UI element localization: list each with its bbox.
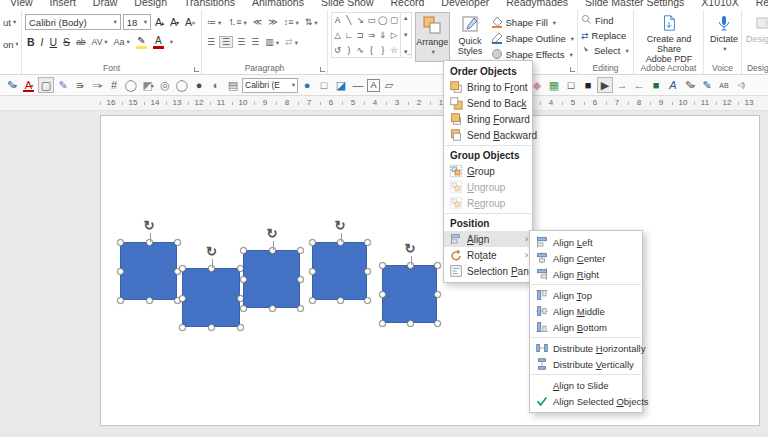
selection-handle[interactable]: [208, 324, 215, 331]
green-arrow-left-icon[interactable]: ←: [631, 77, 647, 93]
columns-icon[interactable]: ▥▾: [263, 37, 281, 47]
menu-item-align-center[interactable]: Align Center: [530, 250, 642, 266]
oval-icon[interactable]: ◯: [123, 77, 139, 93]
shape-icon-16[interactable]: }: [377, 42, 388, 57]
shape-icon-2[interactable]: ↘: [355, 13, 366, 28]
circle-outline-icon[interactable]: ◯: [174, 77, 190, 93]
arrow-style-icon[interactable]: ⇒▾: [89, 77, 105, 93]
selection-handle[interactable]: [240, 305, 247, 312]
rotate-handle-icon[interactable]: ↻: [144, 219, 155, 232]
circle-ring-icon[interactable]: ◎: [157, 77, 173, 93]
shape-icon-9[interactable]: ⇒: [366, 28, 377, 43]
mini-font-select[interactable]: Calibri (E▾: [242, 78, 298, 93]
menu-item-align-middle[interactable]: Align Middle: [530, 303, 642, 319]
menu-item-send-to-back[interactable]: Send to Back: [444, 95, 532, 111]
arrange-button[interactable]: Arrange ▾: [415, 12, 450, 62]
menu-item-distribute-vertically[interactable]: Distribute Vertically: [530, 356, 642, 372]
tab-x1010x[interactable]: X1010X: [701, 0, 738, 10]
highlight-color-icon[interactable]: ✎: [134, 36, 149, 49]
tab-insert[interactable]: Insert: [50, 0, 76, 10]
white-square-outline-icon[interactable]: □: [563, 77, 579, 93]
shape-outline-toggle-icon[interactable]: ▢: [38, 77, 54, 93]
selection-handle[interactable]: [379, 291, 386, 298]
italic-button[interactable]: I: [39, 36, 46, 48]
selection-handle[interactable]: [364, 268, 371, 275]
create-pdf-button[interactable]: Create and Share Adobe PDF: [637, 12, 701, 64]
align-left-icon[interactable]: ☰: [205, 37, 217, 47]
menu-item-align[interactable]: Align›: [444, 231, 532, 247]
crop-icon[interactable]: #: [106, 77, 122, 93]
strikethrough-button[interactable]: S: [61, 36, 72, 48]
image-icon[interactable]: ▤: [225, 77, 241, 93]
bullets-icon[interactable]: ≔▾: [205, 17, 223, 27]
text-direction-icon[interactable]: ⇅▾: [303, 17, 320, 27]
selection-handle[interactable]: [117, 297, 124, 304]
fill-slant-icon[interactable]: ◩▾: [140, 77, 156, 93]
blue-circle-icon[interactable]: ●: [299, 77, 315, 93]
shape-icon-15[interactable]: {: [366, 42, 377, 57]
selection-handle[interactable]: [174, 239, 181, 246]
textbox-icon[interactable]: A: [367, 79, 380, 92]
selection-handle[interactable]: [179, 295, 186, 302]
increase-indent-icon[interactable]: ≫: [266, 17, 279, 27]
shape-icon-12[interactable]: ↺: [332, 42, 343, 57]
selection-handle[interactable]: [179, 265, 186, 272]
style-brush-icon[interactable]: ✎: [55, 77, 71, 93]
line-icon[interactable]: —: [350, 77, 366, 93]
shape-square-3[interactable]: ↻: [243, 250, 300, 308]
shape-square-5[interactable]: ↻: [382, 265, 437, 323]
selection-handle[interactable]: [297, 276, 304, 283]
find-button[interactable]: Find: [581, 13, 630, 28]
increase-font-size-icon[interactable]: A▴: [153, 16, 166, 28]
selection-handle[interactable]: [240, 276, 247, 283]
tab-transitions[interactable]: Transitions: [184, 0, 235, 10]
selection-handle[interactable]: [379, 262, 386, 269]
justify-icon[interactable]: ☰: [249, 37, 261, 47]
tab-view[interactable]: View: [10, 0, 33, 10]
tab-readymades[interactable]: Readymades: [506, 0, 568, 10]
white-square-icon[interactable]: □: [316, 77, 332, 93]
menu-item-rotate[interactable]: Rotate›: [444, 247, 532, 263]
shape-icon-5[interactable]: ▢: [388, 13, 399, 28]
font-size-select[interactable]: 18▾: [123, 14, 151, 30]
clear-formatting-icon[interactable]: A∗: [183, 16, 198, 28]
read-aloud-icon[interactable]: ◁): [733, 77, 749, 93]
selection-handle[interactable]: [269, 305, 276, 312]
shape-icon-3[interactable]: ▭: [366, 13, 377, 28]
rotate-handle-icon[interactable]: ↻: [267, 227, 278, 240]
select-button[interactable]: Select▾: [581, 43, 630, 58]
green-arrow-right-icon[interactable]: →: [614, 77, 630, 93]
selection-handle[interactable]: [309, 268, 316, 275]
selection-handle[interactable]: [117, 239, 124, 246]
selection-handle[interactable]: [337, 297, 344, 304]
line-style-icon[interactable]: ≡▾: [72, 77, 88, 93]
decrease-font-size-icon[interactable]: A▾: [168, 16, 181, 28]
rotate-handle-icon[interactable]: ↻: [206, 245, 217, 258]
selection-handle[interactable]: [309, 297, 316, 304]
shape-square-2[interactable]: ↻: [182, 268, 240, 327]
color-grid-icon[interactable]: ▦: [546, 77, 562, 93]
selection-handle[interactable]: [237, 324, 244, 331]
shape-icon-4[interactable]: ◯: [377, 13, 388, 28]
selection-handle[interactable]: [364, 239, 371, 246]
tab-animations[interactable]: Animations: [252, 0, 304, 10]
font-dialog-launcher-icon[interactable]: [194, 67, 199, 72]
decrease-indent-icon[interactable]: ≪: [251, 17, 264, 27]
font-color-icon[interactable]: A: [151, 36, 166, 49]
quick-styles-button[interactable]: Quick Styles ▾: [453, 12, 488, 62]
shape-square-4[interactable]: ↻: [312, 242, 367, 300]
rotate-handle-icon[interactable]: ↻: [405, 242, 416, 255]
menu-item-align-to-slide[interactable]: Align to Slide: [530, 377, 642, 393]
selection-handle[interactable]: [146, 297, 153, 304]
numbering-icon[interactable]: ⒈≡▾: [225, 16, 249, 29]
menu-item-align-selected-objects[interactable]: Align Selected Objects: [530, 393, 642, 409]
shape-icon-7[interactable]: ∟: [343, 28, 354, 43]
gallery-more-icon[interactable]: ▼̲: [403, 49, 409, 55]
tab-record[interactable]: Record: [391, 0, 425, 10]
tab-slide-master-settings[interactable]: Slide Master Settings: [585, 0, 684, 10]
gallery-down-icon[interactable]: ▼: [403, 32, 409, 38]
menu-item-align-bottom[interactable]: Align Bottom: [530, 319, 642, 335]
tab-design[interactable]: Design: [134, 0, 167, 10]
character-spacing-icon[interactable]: AV▾: [90, 37, 110, 47]
shape-icon-6[interactable]: △: [332, 28, 343, 43]
